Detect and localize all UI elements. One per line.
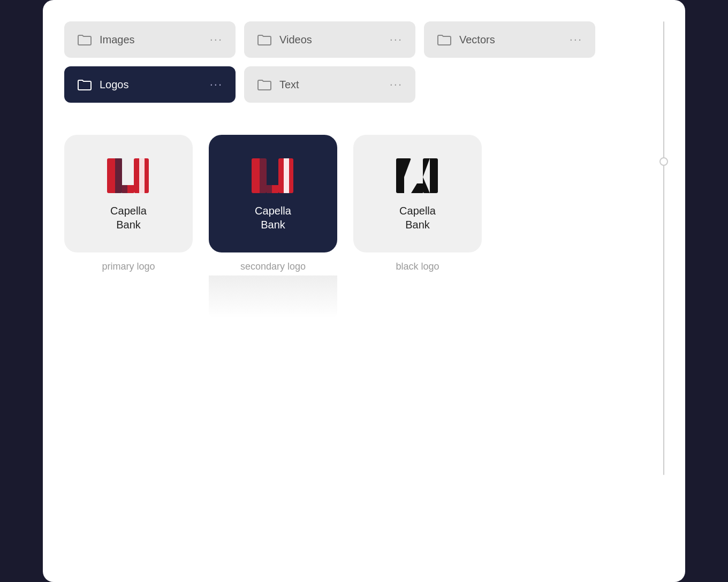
primary-logo-icon bbox=[104, 156, 153, 198]
svg-rect-9 bbox=[284, 158, 289, 193]
folder-label-text: Text bbox=[279, 79, 299, 91]
folder-item-logos[interactable]: Logos ··· bbox=[64, 66, 236, 103]
folder-icon-text bbox=[257, 78, 272, 91]
folder-left-videos: Videos bbox=[257, 33, 312, 46]
black-logo-card[interactable]: Capella Bank bbox=[353, 135, 482, 252]
primary-logo-brand-name: Capella Bank bbox=[110, 204, 147, 232]
svg-marker-7 bbox=[260, 158, 267, 193]
folder-menu-text[interactable]: ··· bbox=[390, 79, 403, 90]
folder-label-vectors: Vectors bbox=[459, 34, 495, 46]
secondary-logo-brand-name: Capella Bank bbox=[255, 204, 291, 232]
primary-logo-card[interactable]: Capella Bank bbox=[64, 135, 193, 252]
folder-left-vectors: Vectors bbox=[437, 33, 495, 46]
main-panel: Images ··· Videos ··· Vectors ··· bbox=[43, 0, 685, 582]
folder-left-images: Images bbox=[77, 33, 135, 46]
folder-label-videos: Videos bbox=[279, 34, 312, 46]
svg-rect-3 bbox=[139, 158, 145, 193]
folder-item-videos[interactable]: Videos ··· bbox=[244, 21, 415, 58]
folder-menu-vectors[interactable]: ··· bbox=[570, 34, 582, 45]
primary-logo-label: primary logo bbox=[102, 261, 155, 272]
svg-rect-5 bbox=[122, 185, 127, 193]
folder-menu-images[interactable]: ··· bbox=[210, 34, 223, 45]
folder-menu-videos[interactable]: ··· bbox=[390, 34, 403, 45]
folder-grid-row2: Logos ··· Text ··· bbox=[64, 66, 664, 103]
secondary-logo-reflection bbox=[209, 275, 337, 318]
folder-icon-images bbox=[77, 33, 92, 46]
logo-cards-section: Capella Bank primary logo bbox=[64, 135, 664, 318]
folder-label-logos: Logos bbox=[100, 79, 129, 91]
black-logo-icon bbox=[393, 156, 442, 198]
black-logo-label: black logo bbox=[396, 261, 439, 272]
scrollbar[interactable] bbox=[658, 21, 669, 475]
scrollbar-thumb[interactable] bbox=[659, 157, 668, 166]
folder-item-text[interactable]: Text ··· bbox=[244, 66, 415, 103]
folder-left-logos: Logos bbox=[77, 78, 129, 91]
black-logo-brand-name: Capella Bank bbox=[399, 204, 436, 232]
svg-rect-11 bbox=[267, 185, 272, 193]
folder-item-vectors[interactable]: Vectors ··· bbox=[424, 21, 595, 58]
primary-logo-wrapper: Capella Bank primary logo bbox=[64, 135, 193, 272]
secondary-logo-label: secondary logo bbox=[240, 261, 306, 272]
folder-icon-logos bbox=[77, 78, 92, 91]
secondary-logo-wrapper: Capella Bank secondary logo bbox=[209, 135, 337, 318]
folder-left-text: Text bbox=[257, 78, 299, 91]
folder-icon-videos bbox=[257, 33, 272, 46]
folder-item-images[interactable]: Images ··· bbox=[64, 21, 236, 58]
secondary-logo-card[interactable]: Capella Bank bbox=[209, 135, 337, 252]
black-logo-wrapper: Capella Bank black logo bbox=[353, 135, 482, 272]
svg-marker-1 bbox=[115, 158, 122, 193]
secondary-logo-icon bbox=[249, 156, 297, 198]
scrollbar-track bbox=[663, 21, 664, 475]
folder-label-images: Images bbox=[100, 34, 135, 46]
folder-icon-vectors bbox=[437, 33, 452, 46]
folder-menu-logos[interactable]: ··· bbox=[210, 79, 223, 90]
folder-grid-row1: Images ··· Videos ··· Vectors ··· bbox=[64, 21, 664, 58]
